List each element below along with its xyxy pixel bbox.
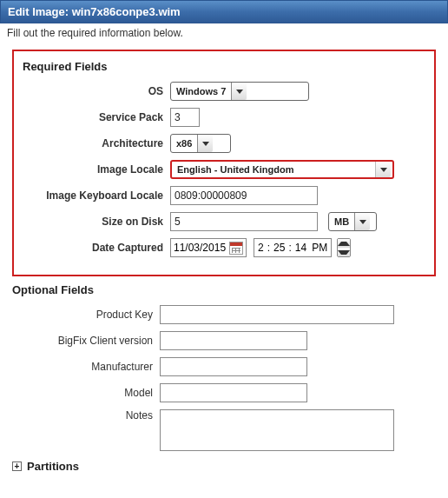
image-locale-value: English - United Kingdom — [177, 164, 370, 175]
model-label: Model — [12, 387, 160, 399]
size-on-disk-input[interactable] — [170, 212, 318, 231]
image-locale-label: Image Locale — [23, 163, 170, 176]
time-spinner[interactable] — [337, 238, 351, 257]
time-colon: : — [266, 242, 272, 254]
os-value: Windows 7 — [176, 86, 226, 96]
chevron-down-icon[interactable] — [231, 83, 247, 100]
size-on-disk-label: Size on Disk — [23, 216, 170, 228]
architecture-dropdown[interactable]: x86 — [170, 134, 231, 153]
client-version-label: BigFix Client version — [12, 335, 160, 347]
date-captured-date[interactable]: 11/03/2015 — [170, 238, 247, 257]
chevron-down-icon[interactable] — [197, 135, 213, 152]
model-input[interactable] — [160, 383, 307, 402]
os-dropdown[interactable]: Windows 7 — [170, 82, 309, 101]
optional-fields-heading: Optional Fields — [12, 283, 436, 296]
required-fields-group: Required Fields OS Windows 7 Service Pac… — [12, 50, 436, 276]
product-key-input[interactable] — [160, 305, 394, 324]
service-pack-input[interactable] — [170, 108, 200, 127]
window-title: Edit Image: win7x86conpe3.wim — [0, 0, 448, 23]
spinner-up-icon[interactable] — [338, 239, 350, 248]
time-second: 14 — [295, 242, 306, 254]
manufacturer-label: Manufacturer — [12, 361, 160, 373]
instructions-text: Fill out the required information below. — [0, 23, 448, 43]
keyboard-locale-label: Image Keyboard Locale — [23, 189, 170, 202]
spinner-down-icon[interactable] — [338, 248, 350, 256]
date-value: 11/03/2015 — [174, 242, 226, 254]
calendar-icon[interactable] — [229, 242, 243, 255]
notes-label: Notes — [12, 409, 160, 422]
notes-textarea[interactable] — [160, 409, 394, 451]
date-captured-label: Date Captured — [23, 242, 170, 254]
manufacturer-input[interactable] — [160, 357, 307, 376]
client-version-input[interactable] — [160, 331, 307, 350]
date-captured-time[interactable]: 2 : 25 : 14 PM — [254, 238, 332, 257]
image-locale-dropdown[interactable]: English - United Kingdom — [170, 160, 394, 179]
time-minute: 25 — [273, 242, 285, 254]
architecture-label: Architecture — [23, 137, 170, 149]
partitions-heading: Partitions — [27, 460, 79, 473]
time-hour: 2 — [258, 242, 264, 254]
architecture-value: x86 — [176, 138, 192, 149]
required-fields-heading: Required Fields — [23, 60, 425, 73]
chevron-down-icon[interactable] — [354, 213, 370, 230]
size-unit-dropdown[interactable]: MB — [328, 212, 377, 231]
chevron-down-icon[interactable] — [375, 162, 391, 177]
os-label: OS — [23, 85, 170, 97]
product-key-label: Product Key — [12, 309, 160, 321]
partitions-expander[interactable]: + — [12, 461, 22, 471]
time-colon: : — [287, 242, 293, 254]
size-unit-value: MB — [334, 216, 349, 227]
time-ampm: PM — [308, 242, 327, 254]
service-pack-label: Service Pack — [23, 111, 170, 123]
keyboard-locale-input[interactable] — [170, 186, 318, 205]
